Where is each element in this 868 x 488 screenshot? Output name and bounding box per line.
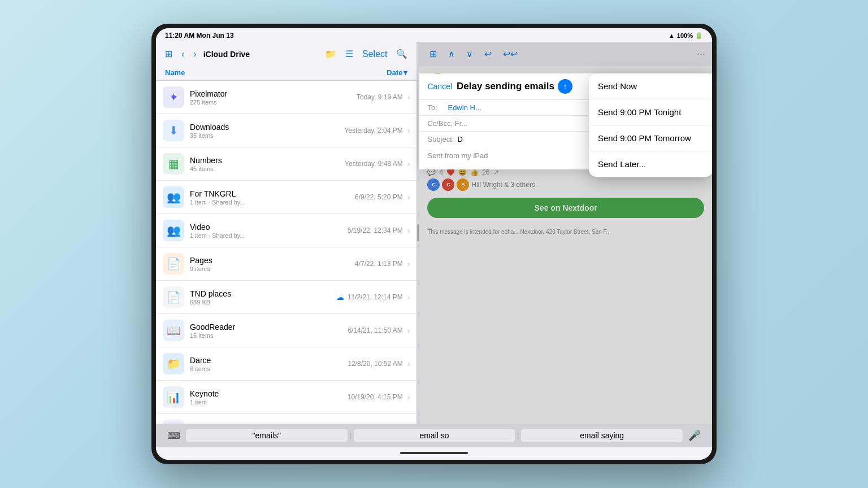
file-meta-9: 1 item (190, 399, 348, 406)
file-item[interactable]: 📄 TND places 689 KB ☁ 11/2/21, 12:14 PM … (156, 281, 416, 314)
file-info-2: Numbers 45 items (190, 156, 345, 172)
file-date-1: Yesterday, 2:04 PM (344, 127, 402, 134)
file-name-9: Keynote (190, 389, 348, 398)
file-info-4: Video 1 item · Shared by... (190, 223, 348, 239)
back-button[interactable]: ‹ (179, 47, 186, 62)
file-chevron-icon-1: › (407, 126, 410, 135)
send-icon: ↑ (558, 79, 572, 94)
file-item[interactable]: 👥 For TNKGRL 1 item · Shared by... 6/9/2… (156, 181, 416, 214)
select-button[interactable]: Select (360, 47, 389, 62)
files-subheader: Name Date ▾ (156, 66, 416, 81)
files-panel: ⊞ ‹ › iCloud Drive 📁 ☰ Select 🔍 Name Dat… (156, 42, 417, 424)
compose-overlay: Cancel Delay sending emails ↑ (419, 42, 712, 424)
col-name-header[interactable]: Name (165, 68, 185, 77)
file-item[interactable]: 📊 Keynote 1 item 10/19/20, 4:15 PM › (156, 381, 416, 414)
file-date-8: 12/8/20, 10:52 AM (348, 360, 402, 368)
file-icon-3: 👥 (163, 186, 184, 208)
file-info-5: Pages 9 items (190, 256, 355, 272)
file-icon-4: 👥 (163, 220, 184, 241)
file-chevron-icon-4: › (407, 226, 410, 235)
file-meta-8: 6 items (190, 365, 348, 372)
file-item[interactable]: ✦ Pixelmator 275 items Today, 9:19 AM › (156, 81, 416, 114)
to-value: Edwin H... (448, 103, 481, 112)
file-name-2: Numbers (190, 156, 345, 165)
file-list: ✦ Pixelmator 275 items Today, 9:19 AM › … (156, 81, 416, 424)
keyboard-icon-button[interactable]: ⌨ (163, 428, 185, 443)
compose-panel: Cancel Delay sending emails ↑ (419, 73, 712, 169)
file-meta-7: 16 items (190, 332, 348, 339)
sort-chevron-icon: ▾ (403, 68, 407, 77)
file-item[interactable]: 📁 Darce 6 items 12/8/20, 10:52 AM › (156, 347, 416, 381)
file-name-4: Video (190, 223, 348, 232)
file-chevron-icon-7: › (407, 326, 410, 335)
file-chevron-icon-2: › (407, 159, 410, 168)
file-icon-6: 📄 (163, 286, 184, 308)
file-name-8: Darce (190, 356, 348, 365)
delay-option-0[interactable]: Send Now (589, 73, 712, 99)
col-date-header[interactable]: Date ▾ (387, 68, 407, 77)
breadcrumb-title: iCloud Drive (203, 50, 250, 59)
file-item[interactable]: 📖 GoodReader 16 items 6/14/21, 11:50 AM … (156, 314, 416, 347)
file-date-6: 11/2/21, 12:14 PM (348, 293, 403, 301)
file-item[interactable]: 📄 Pages 9 items 4/7/22, 1:13 PM › (156, 247, 416, 281)
new-folder-button[interactable]: 📁 (323, 46, 338, 62)
file-meta-2: 45 items (190, 165, 345, 172)
file-date-3: 6/9/22, 5:20 PM (355, 193, 403, 201)
file-info-1: Downloads 35 items (190, 123, 344, 139)
keyboard-bar: ⌨ "emails" | email so | email saying 🎤 (156, 424, 712, 447)
delay-option-3[interactable]: Send Later... (589, 151, 712, 177)
file-name-3: For TNKGRL (190, 189, 355, 198)
file-meta-4: 1 item · Shared by... (190, 232, 348, 239)
forward-button[interactable]: › (191, 47, 198, 62)
file-name-1: Downloads (190, 123, 344, 132)
file-icon-5: 📄 (163, 253, 184, 274)
delay-option-1[interactable]: Send 9:00 PM Tonight (589, 99, 712, 125)
breadcrumb: iCloud Drive (203, 50, 318, 59)
file-chevron-icon-5: › (407, 259, 410, 268)
cc-label: Cc/Bcc, Fr... (427, 119, 467, 128)
file-meta-6: 689 KB (190, 299, 336, 306)
file-chevron-icon-9: › (407, 393, 410, 402)
file-icon-8: 📁 (163, 353, 184, 374)
battery-icon: 🔋 (695, 32, 703, 40)
file-chevron-icon-8: › (407, 359, 410, 368)
status-time: 11:20 AM Mon Jun 13 (165, 32, 234, 40)
view-toggle-button[interactable]: ☰ (343, 46, 355, 62)
home-indicator (400, 452, 468, 454)
file-meta-0: 275 items (190, 99, 357, 106)
file-item[interactable]: ⬇ Downloads 35 items Yesterday, 2:04 PM … (156, 114, 416, 147)
status-right: ▲ 100% 🔋 (669, 32, 703, 40)
file-icon-2: ▦ (163, 153, 184, 175)
sidebar-toggle-button[interactable]: ⊞ (163, 46, 175, 62)
mail-panel: ⊞ ∧ ∨ ↩ ↩↩ ··· YA Your Hamby Ac... To: E… (419, 42, 712, 424)
cancel-button[interactable]: Cancel (427, 82, 452, 91)
file-info-3: For TNKGRL 1 item · Shared by... (190, 189, 355, 206)
delay-option-2[interactable]: Send 9:00 PM Tomorrow (589, 125, 712, 151)
kbd-suggestion-2[interactable]: email so (354, 429, 515, 442)
file-item[interactable]: ⚡ Shortcuts 0 items 10/19/20, 4:15 PM › (156, 414, 416, 424)
search-button[interactable]: 🔍 (394, 46, 410, 62)
file-info-9: Keynote 1 item (190, 389, 348, 406)
kbd-suggestion-3[interactable]: email saying (521, 429, 683, 442)
file-icon-1: ⬇ (163, 120, 184, 141)
kbd-separator-1: | (349, 432, 353, 439)
file-info-8: Darce 6 items (190, 356, 348, 372)
file-icon-9: 📊 (163, 386, 184, 408)
kbd-suggestion-1[interactable]: "emails" (186, 429, 348, 442)
files-toolbar: ⊞ ‹ › iCloud Drive 📁 ☰ Select 🔍 (156, 42, 416, 66)
file-item[interactable]: ▦ Numbers 45 items Yesterday, 9:48 AM › (156, 147, 416, 181)
mic-button[interactable]: 🎤 (684, 427, 705, 444)
file-date-5: 4/7/22, 1:13 PM (355, 260, 403, 268)
kbd-separator-2: | (516, 432, 520, 439)
file-meta-1: 35 items (190, 132, 344, 139)
battery-label: 100% (677, 32, 693, 39)
file-name-7: GoodReader (190, 323, 348, 332)
file-date-4: 5/19/22, 12:34 PM (348, 226, 403, 234)
file-icon-10: ⚡ (163, 420, 184, 424)
file-date-2: Yesterday, 9:48 AM (345, 160, 403, 168)
file-name-6: TND places (190, 289, 336, 298)
file-icon-7: 📖 (163, 320, 184, 341)
file-item[interactable]: 👥 Video 1 item · Shared by... 5/19/22, 1… (156, 214, 416, 247)
wifi-icon: ▲ (669, 32, 675, 39)
file-name-0: Pixelmator (190, 89, 357, 98)
